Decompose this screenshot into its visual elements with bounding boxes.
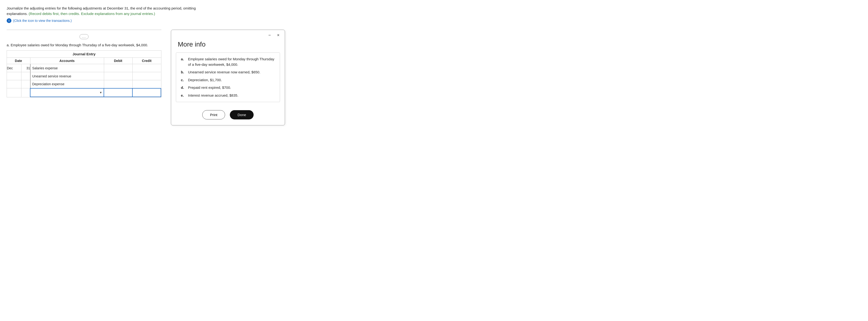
section-label: a. Employee salaries owed for Monday thr… <box>7 43 161 47</box>
month-cell: Dec <box>7 64 21 72</box>
panel-content: a. Employee salaries owed for Monday thr… <box>176 52 280 102</box>
debit-input[interactable] <box>104 80 132 88</box>
account-select-cell[interactable]: ▼ <box>30 88 104 97</box>
list-text-b: Unearned service revenue now earned, $65… <box>188 70 260 75</box>
day-cell <box>21 88 30 97</box>
list-text-e: Interest revenue accrued, $835. <box>188 93 238 98</box>
list-text-c: Depreciation, $1,700. <box>188 77 222 83</box>
journal-title: Journal Entry <box>7 50 161 58</box>
account-cell: Unearned service revenue <box>30 72 104 80</box>
debit-input[interactable] <box>104 64 132 72</box>
list-item: a. Employee salaries owed for Monday thr… <box>181 57 275 67</box>
debit-cell[interactable] <box>104 72 132 80</box>
day-cell <box>21 72 30 80</box>
list-item: d. Prepaid rent expired, $700. <box>181 85 275 91</box>
credit-input[interactable] <box>133 64 161 72</box>
credit-cell[interactable] <box>132 88 161 97</box>
debit-cell[interactable] <box>104 80 132 88</box>
list-letter-b: b. <box>181 70 186 75</box>
journal-table-wrapper: Journal Entry Date Accounts Debit Credit… <box>7 50 161 97</box>
print-button[interactable]: Print <box>202 110 225 119</box>
panel-title: More info <box>171 38 285 52</box>
list-item: b. Unearned service revenue now earned, … <box>181 70 275 75</box>
col-accounts: Accounts <box>30 58 104 64</box>
instruction-block: Journalize the adjusting entries for the… <box>7 6 861 23</box>
info-link-text[interactable]: (Click the icon to view the transactions… <box>13 19 72 23</box>
list-text-a: Employee salaries owed for Monday throug… <box>188 57 275 67</box>
left-panel: ... a. Employee salaries owed for Monday… <box>7 30 161 97</box>
more-info-panel: − × More info a. Employee salaries owed … <box>171 30 285 126</box>
account-select[interactable] <box>30 88 104 97</box>
debit-input[interactable] <box>104 72 132 80</box>
journal-table: Date Accounts Debit Credit Dec 31 Salari… <box>7 58 161 97</box>
account-text: Depreciation expense <box>30 81 104 87</box>
dots-button[interactable]: ... <box>80 34 89 39</box>
col-date: Date <box>7 58 30 64</box>
account-text: Salaries expense <box>30 65 104 71</box>
credit-input[interactable] <box>133 80 161 88</box>
table-row: ▼ <box>7 88 161 97</box>
close-button[interactable]: × <box>276 32 281 38</box>
month-cell <box>7 80 21 88</box>
divider <box>7 30 161 30</box>
col-credit: Credit <box>132 58 161 64</box>
account-text: Unearned service revenue <box>30 73 104 79</box>
month-cell <box>7 72 21 80</box>
table-row: Depreciation expense <box>7 80 161 88</box>
list-letter-c: c. <box>181 77 186 83</box>
info-icon[interactable]: i <box>7 18 11 23</box>
day-cell: 31 <box>21 64 30 72</box>
minimize-button[interactable]: − <box>267 32 272 38</box>
list-item: e. Interest revenue accrued, $835. <box>181 93 275 98</box>
done-button[interactable]: Done <box>230 110 254 119</box>
debit-cell[interactable] <box>104 64 132 72</box>
col-debit: Debit <box>104 58 132 64</box>
table-row: Dec 31 Salaries expense <box>7 64 161 72</box>
list-item: c. Depreciation, $1,700. <box>181 77 275 83</box>
account-cell: Salaries expense <box>30 64 104 72</box>
day-cell <box>21 80 30 88</box>
list-letter-a: a. <box>181 57 186 67</box>
list-letter-d: d. <box>181 85 186 91</box>
table-header-row: Date Accounts Debit Credit <box>7 58 161 64</box>
credit-cell[interactable] <box>132 80 161 88</box>
info-list: a. Employee salaries owed for Monday thr… <box>181 57 275 98</box>
credit-input[interactable] <box>133 88 161 97</box>
credit-cell[interactable] <box>132 64 161 72</box>
list-text-d: Prepaid rent expired, $700. <box>188 85 231 91</box>
debit-input[interactable] <box>104 88 132 97</box>
table-row: Unearned service revenue <box>7 72 161 80</box>
panel-header: − × <box>171 30 285 38</box>
main-layout: ... a. Employee salaries owed for Monday… <box>7 30 861 126</box>
credit-input[interactable] <box>133 72 161 80</box>
instruction-green: (Record debits first, then credits. Excl… <box>29 12 155 16</box>
debit-cell[interactable] <box>104 88 132 97</box>
month-cell <box>7 88 21 97</box>
account-cell: Depreciation expense <box>30 80 104 88</box>
list-letter-e: e. <box>181 93 186 98</box>
panel-footer: Print Done <box>171 106 285 125</box>
credit-cell[interactable] <box>132 72 161 80</box>
